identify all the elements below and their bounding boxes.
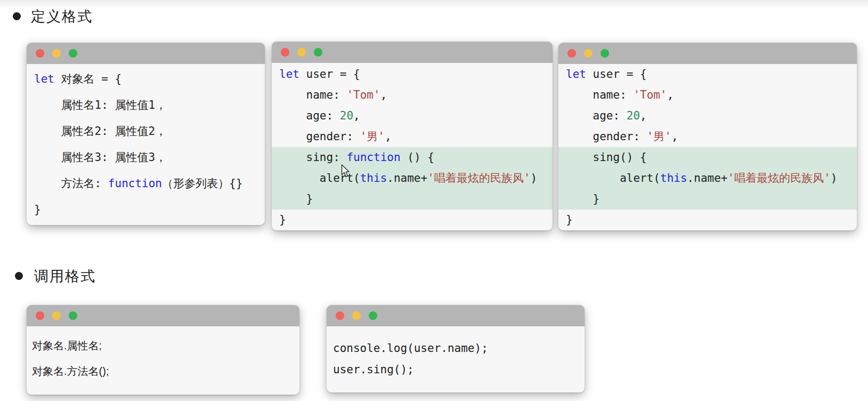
code-line: gender: '男', — [558, 126, 857, 147]
close-button[interactable] — [567, 49, 576, 58]
window-titlebar — [27, 305, 299, 326]
code-line: 对象名.属性名; — [27, 333, 299, 358]
zoom-button[interactable] — [314, 48, 322, 57]
minimize-button[interactable] — [297, 48, 306, 57]
code-window-user-method-shorthand: let user = { name: 'Tom', age: 20, gende… — [558, 43, 857, 230]
code-content: 对象名.属性名;对象名.方法名(); — [27, 326, 299, 384]
code-content: let 对象名 = { 属性名1: 属性值1， 属性名2: 属性值2， 属性名3… — [27, 64, 265, 223]
code-line: 方法名: function（形参列表）{} — [27, 171, 265, 197]
zoom-button[interactable] — [69, 49, 77, 58]
code-line: } — [272, 210, 553, 230]
section-bullet — [15, 272, 23, 280]
code-line: gender: '男', — [272, 126, 553, 147]
close-button[interactable] — [336, 311, 344, 320]
code-line: } — [558, 189, 857, 210]
window-titlebar — [272, 42, 553, 63]
code-line: sing: function () { — [272, 147, 553, 168]
code-line: 属性名3: 属性值3， — [27, 145, 265, 171]
code-line: } — [272, 189, 553, 210]
close-button[interactable] — [36, 49, 44, 58]
minimize-button[interactable] — [52, 49, 61, 58]
section-heading-call: 调用格式 — [34, 267, 96, 286]
code-line: let user = { — [558, 64, 857, 85]
zoom-button[interactable] — [369, 311, 377, 320]
minimize-button[interactable] — [52, 311, 61, 320]
code-content: let user = { name: 'Tom', age: 20, gende… — [558, 64, 857, 230]
code-line: let user = { — [272, 64, 553, 85]
window-titlebar — [327, 305, 585, 326]
code-content: console.log(user.name);user.sing(); — [327, 326, 585, 380]
zoom-button[interactable] — [69, 311, 77, 320]
code-line: alert(this.name+'唱着最炫的民族风') — [558, 168, 857, 189]
code-line: 属性名2: 属性值2， — [27, 118, 265, 145]
section-bullet — [13, 12, 21, 20]
top-gradient — [0, 0, 868, 9]
close-button[interactable] — [281, 48, 289, 57]
window-titlebar — [558, 43, 857, 64]
minimize-button[interactable] — [584, 49, 593, 58]
zoom-button[interactable] — [601, 49, 609, 58]
code-line: age: 20, — [272, 106, 553, 126]
close-button[interactable] — [36, 311, 44, 320]
code-line: sing() { — [558, 147, 857, 168]
code-window-user-function-expression: let user = { name: 'Tom', age: 20, gende… — [272, 42, 553, 230]
code-line: name: 'Tom', — [558, 85, 857, 106]
code-line: } — [558, 210, 857, 230]
code-line: age: 20, — [558, 106, 857, 126]
code-line: let 对象名 = { — [27, 66, 265, 92]
code-line: 属性名1: 属性值1， — [27, 92, 265, 118]
minimize-button[interactable] — [352, 311, 361, 320]
section-heading-definition: 定义格式 — [31, 7, 93, 26]
code-line: } — [27, 197, 265, 223]
code-line: console.log(user.name); — [327, 338, 585, 359]
window-titlebar — [27, 43, 265, 64]
code-window-call-syntax: 对象名.属性名;对象名.方法名(); — [27, 305, 299, 395]
code-line: name: 'Tom', — [272, 85, 553, 106]
code-window-object-literal-syntax: let 对象名 = { 属性名1: 属性值1， 属性名2: 属性值2， 属性名3… — [27, 43, 265, 225]
code-window-call-example: console.log(user.name);user.sing(); — [327, 305, 585, 392]
code-line: 对象名.方法名(); — [27, 358, 299, 384]
code-line: user.sing(); — [327, 359, 585, 380]
code-line: alert(this.name+'唱着最炫的民族风') — [272, 168, 553, 189]
code-content: let user = { name: 'Tom', age: 20, gende… — [272, 63, 553, 230]
